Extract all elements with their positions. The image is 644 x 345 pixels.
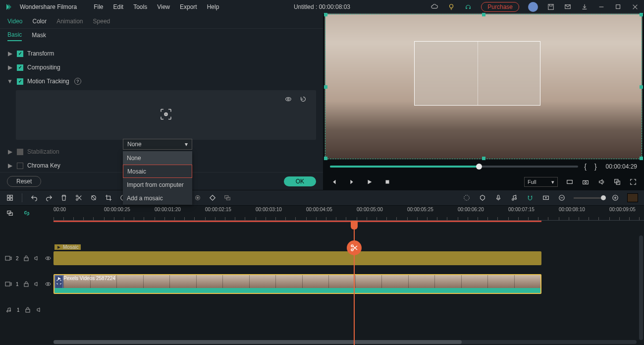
split-icon[interactable] — [75, 194, 83, 202]
message-icon[interactable] — [564, 3, 572, 11]
lock-icon[interactable] — [23, 254, 30, 262]
zoom-thumb[interactable] — [601, 195, 606, 200]
undo-icon[interactable] — [30, 194, 38, 202]
menu-export[interactable]: Export — [180, 3, 197, 10]
minimize-icon[interactable] — [597, 3, 605, 11]
resize-handle[interactable] — [482, 157, 485, 160]
target-icon[interactable] — [159, 108, 173, 123]
lock-icon[interactable] — [24, 306, 32, 314]
zoom-slider[interactable] — [574, 197, 603, 199]
subtab-basic[interactable]: Basic — [7, 31, 22, 41]
tracking-target-select[interactable]: None ▾ — [123, 139, 192, 150]
prop-transform[interactable]: ▶ Transform — [7, 47, 316, 60]
timeline-scrollbar-horizontal[interactable] — [54, 340, 637, 344]
redo-icon[interactable] — [45, 194, 53, 202]
crop-tool-icon[interactable] — [90, 194, 98, 202]
menu-item-mosaic[interactable]: Mosaic — [123, 165, 192, 178]
link-icon[interactable] — [23, 209, 31, 217]
resize-handle[interactable] — [324, 157, 327, 160]
maximize-icon[interactable] — [614, 3, 622, 11]
lock-icon[interactable] — [23, 280, 30, 288]
delete-icon[interactable] — [60, 194, 68, 202]
eye-icon[interactable] — [45, 280, 52, 288]
keyframe-icon[interactable] — [209, 194, 216, 202]
download-icon[interactable] — [581, 3, 589, 11]
menu-item-none[interactable]: None — [123, 151, 192, 165]
user-avatar[interactable] — [528, 2, 538, 12]
resize-handle[interactable] — [324, 13, 327, 16]
mic-icon[interactable] — [494, 194, 502, 202]
marker-icon[interactable] — [479, 194, 486, 202]
checkbox-chroma-key[interactable] — [17, 163, 23, 169]
cloud-icon[interactable] — [430, 3, 438, 11]
eye-icon[interactable] — [284, 95, 292, 103]
split-at-playhead-button[interactable] — [347, 240, 362, 255]
checkbox-transform[interactable] — [17, 51, 23, 57]
prop-motion-tracking[interactable]: ▼ Motion Tracking ? — [7, 74, 316, 88]
preview-viewport[interactable] — [325, 14, 642, 159]
render-icon[interactable] — [542, 194, 550, 202]
clip-video[interactable]: Pexels Videos 2587224 — [54, 274, 541, 294]
mark-in-button[interactable]: { — [582, 163, 589, 171]
mark-out-button[interactable]: } — [592, 163, 599, 171]
mute-icon[interactable] — [34, 254, 41, 262]
timeline-ruler[interactable]: 00:0000:00:00:2500:00:01:2000:00:02:1500… — [54, 206, 644, 221]
zoom-out-icon[interactable] — [558, 194, 566, 202]
ok-button[interactable]: OK — [284, 176, 316, 186]
checkbox-stabilization[interactable] — [17, 149, 23, 155]
zoom-fit-icon[interactable] — [627, 193, 638, 202]
playhead-handle[interactable] — [351, 221, 358, 230]
help-icon[interactable]: ? — [74, 78, 81, 85]
menu-file[interactable]: File — [94, 3, 103, 10]
playhead[interactable] — [354, 221, 355, 345]
eye-icon[interactable] — [45, 254, 52, 262]
menu-view[interactable]: View — [157, 3, 170, 10]
save-icon[interactable] — [547, 3, 555, 11]
checkbox-motion-tracking[interactable] — [17, 78, 23, 85]
detach-icon[interactable] — [223, 194, 231, 202]
reset-icon[interactable] — [299, 95, 307, 103]
resize-handle[interactable] — [640, 13, 643, 16]
fullscreen-icon[interactable] — [629, 178, 637, 186]
stop-button[interactable] — [383, 178, 391, 186]
menu-tools[interactable]: Tools — [133, 3, 147, 10]
crop-icon[interactable] — [105, 194, 112, 202]
menu-item-import[interactable]: Import from computer — [123, 178, 192, 191]
volume-icon[interactable] — [597, 178, 605, 186]
resize-handle[interactable] — [640, 157, 643, 160]
lightbulb-icon[interactable] — [447, 3, 455, 11]
play-in-out-button[interactable] — [348, 178, 356, 186]
color-grading-icon[interactable] — [463, 194, 471, 202]
tab-speed[interactable]: Speed — [93, 18, 110, 25]
preview-quality-icon[interactable] — [566, 178, 574, 186]
reset-button[interactable]: Reset — [7, 176, 41, 187]
record-icon[interactable] — [194, 194, 202, 202]
zoom-in-icon[interactable] — [611, 194, 619, 202]
headset-icon[interactable] — [464, 3, 472, 11]
timeline-scrollbar-vertical[interactable] — [639, 235, 643, 340]
menu-item-add-mosaic[interactable]: Add a mosaic — [123, 191, 192, 205]
duplicate-display-icon[interactable] — [613, 178, 621, 186]
music-icon[interactable] — [510, 194, 518, 202]
mute-icon[interactable] — [34, 280, 41, 288]
close-icon[interactable] — [631, 3, 639, 11]
seek-track[interactable] — [330, 166, 578, 168]
menu-help[interactable]: Help — [207, 3, 219, 10]
mute-icon[interactable] — [36, 306, 44, 314]
magnet-snap-icon[interactable] — [526, 194, 534, 202]
subtab-mask[interactable]: Mask — [32, 32, 46, 41]
checkbox-compositing[interactable] — [17, 64, 23, 71]
mosaic-region[interactable] — [414, 41, 540, 106]
prop-compositing[interactable]: ▶ Compositing — [7, 60, 316, 74]
grid-icon[interactable] — [6, 194, 14, 202]
purchase-button[interactable]: Purchase — [481, 2, 519, 12]
menu-edit[interactable]: Edit — [113, 3, 124, 10]
tab-animation[interactable]: Animation — [56, 18, 83, 25]
resize-handle[interactable] — [324, 85, 327, 89]
snapshot-icon[interactable] — [582, 178, 590, 186]
seek-thumb[interactable] — [476, 164, 482, 170]
resize-handle[interactable] — [482, 13, 485, 16]
track-overlap-icon[interactable] — [6, 209, 14, 217]
clip-mosaic[interactable]: Mosaic — [54, 251, 541, 265]
prev-frame-button[interactable] — [330, 178, 338, 186]
